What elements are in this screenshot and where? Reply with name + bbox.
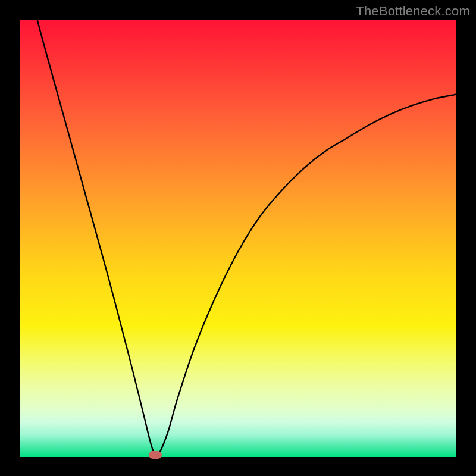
plot-area bbox=[20, 20, 456, 457]
watermark-text: TheBottleneck.com bbox=[356, 4, 470, 19]
curve-path bbox=[20, 20, 456, 456]
bottleneck-curve bbox=[20, 20, 456, 457]
chart-frame: TheBottleneck.com bbox=[0, 0, 476, 476]
optimum-marker bbox=[149, 451, 162, 459]
